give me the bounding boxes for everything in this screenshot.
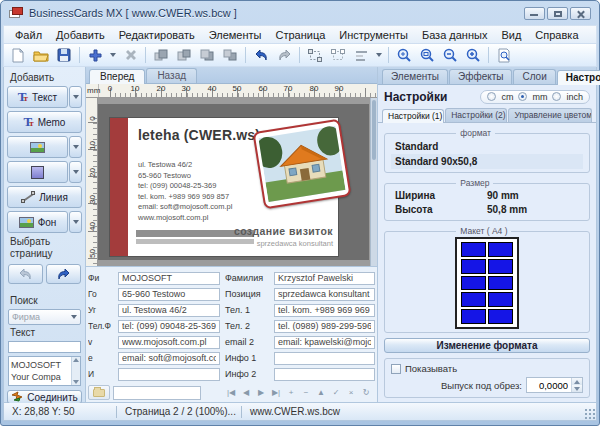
- tab-settings[interactable]: Настройки: [557, 70, 600, 85]
- position-field[interactable]: [274, 288, 375, 301]
- subtab-settings-2[interactable]: Настройки (2): [445, 108, 507, 122]
- close-button[interactable]: [570, 7, 591, 20]
- nav-first-button[interactable]: |◀: [224, 386, 238, 400]
- connect-button[interactable]: Соединить: [7, 390, 82, 404]
- change-format-button[interactable]: Изменение формата: [384, 338, 590, 353]
- phone2-field[interactable]: [274, 320, 375, 333]
- tab-back[interactable]: Назад: [146, 68, 197, 83]
- add-shape-dropdown[interactable]: [69, 161, 82, 183]
- menu-tools[interactable]: Инструменты: [332, 28, 415, 42]
- menu-database[interactable]: База данных: [415, 28, 495, 42]
- new-document-button[interactable]: [7, 45, 29, 65]
- city-field[interactable]: [118, 288, 220, 301]
- nav-edit-button[interactable]: ▲: [314, 386, 328, 400]
- unit-mm-radio[interactable]: [518, 92, 527, 101]
- card-company-name[interactable]: leteha (CWER.ws): [138, 127, 260, 143]
- zoom-window-button[interactable]: [416, 45, 438, 65]
- info1-field[interactable]: [274, 352, 375, 365]
- list-item[interactable]: MOJOSOFT: [11, 359, 69, 371]
- extra-field[interactable]: [118, 368, 220, 381]
- nav-refresh-button[interactable]: ↻: [359, 386, 373, 400]
- menu-edit[interactable]: Редактировать: [112, 28, 202, 42]
- nav-next-button[interactable]: ▶: [254, 386, 268, 400]
- tab-effects[interactable]: Эффекты: [449, 69, 512, 84]
- business-card-preview[interactable]: leteha (CWER.ws) ul. Testowa 46/2 65-960…: [110, 118, 338, 256]
- email-field[interactable]: [118, 352, 220, 365]
- minimize-button[interactable]: [524, 7, 545, 20]
- list-scrollbar[interactable]: [71, 357, 80, 385]
- tab-elements[interactable]: Элементы: [382, 69, 448, 84]
- add-background-button[interactable]: Фон: [7, 211, 68, 233]
- search-text-input[interactable]: [8, 341, 81, 353]
- save-button[interactable]: [53, 45, 75, 65]
- add-element-dropdown[interactable]: [107, 45, 118, 65]
- add-text-dropdown[interactable]: [69, 86, 82, 108]
- surname-field[interactable]: [274, 272, 375, 285]
- menu-view[interactable]: Вид: [494, 28, 528, 42]
- add-image-dropdown[interactable]: [69, 136, 82, 158]
- tab-layers[interactable]: Слои: [513, 69, 555, 84]
- nav-cancel-button[interactable]: ×: [344, 386, 358, 400]
- zoom-out-button[interactable]: [439, 45, 461, 65]
- design-canvas[interactable]: 0 10 20 30 40 50 leteha (CWER.ws) ul. Te…: [86, 98, 377, 266]
- open-button[interactable]: [30, 45, 52, 65]
- menu-help[interactable]: Справка: [528, 28, 585, 42]
- company-field[interactable]: [118, 272, 220, 285]
- card-contact-block[interactable]: ul. Testowa 46/2 65-960 Testowo tel: (09…: [138, 160, 232, 223]
- menu-add[interactable]: Добавить: [49, 28, 112, 42]
- bleed-increase-button[interactable]: [572, 378, 582, 385]
- tab-front[interactable]: Вперед: [89, 69, 145, 84]
- zoom-fit-button[interactable]: [393, 45, 415, 65]
- unit-inch-radio[interactable]: [552, 92, 561, 101]
- menu-page[interactable]: Страница: [268, 28, 332, 42]
- previous-page-button[interactable]: [8, 264, 43, 284]
- www-field[interactable]: [118, 336, 220, 349]
- canvas-scrollbar[interactable]: [370, 98, 377, 266]
- send-to-back-button[interactable]: [219, 45, 241, 65]
- nav-last-button[interactable]: ▶|: [269, 386, 283, 400]
- nav-delete-button[interactable]: −: [299, 386, 313, 400]
- subtab-color-management[interactable]: Управление цветом: [508, 108, 592, 122]
- show-bleed-checkbox[interactable]: [391, 364, 401, 374]
- align-button[interactable]: [350, 45, 372, 65]
- nav-insert-button[interactable]: +: [284, 386, 298, 400]
- bleed-value-input[interactable]: [527, 378, 571, 392]
- unit-cm-radio[interactable]: [487, 92, 496, 101]
- delete-element-button[interactable]: [119, 45, 141, 65]
- scrollbar-thumb[interactable]: [372, 100, 376, 160]
- send-backward-button[interactable]: [196, 45, 218, 65]
- ungroup-button[interactable]: [327, 45, 349, 65]
- add-image-button[interactable]: [7, 136, 68, 158]
- bring-to-front-button[interactable]: [150, 45, 172, 65]
- resize-grip[interactable]: [584, 408, 596, 420]
- nav-prev-button[interactable]: ◀: [239, 386, 253, 400]
- add-text-button[interactable]: Tт Текст: [7, 86, 68, 108]
- align-dropdown[interactable]: [373, 45, 384, 65]
- search-results-list[interactable]: MOJOSOFT Your Compa: [8, 356, 81, 386]
- card-tagline[interactable]: создание визиток: [234, 225, 333, 237]
- card-photo[interactable]: [252, 119, 351, 210]
- bleed-decrease-button[interactable]: [572, 385, 582, 392]
- search-field-select[interactable]: Фирма: [8, 309, 81, 325]
- card-subtitle[interactable]: sprzedawca konsultant: [257, 239, 333, 248]
- record-filter-input[interactable]: [113, 386, 201, 400]
- subtab-settings-1[interactable]: Настройки (1): [382, 109, 444, 123]
- add-line-button[interactable]: Линия: [7, 186, 82, 208]
- menu-elements[interactable]: Элементы: [202, 28, 269, 42]
- street-field[interactable]: [118, 304, 220, 317]
- group-button[interactable]: [304, 45, 326, 65]
- add-background-dropdown[interactable]: [69, 211, 82, 233]
- info2-field[interactable]: [274, 368, 375, 381]
- next-page-button[interactable]: [46, 264, 81, 284]
- zoom-in-button[interactable]: [462, 45, 484, 65]
- redo-button[interactable]: [273, 45, 295, 65]
- bring-forward-button[interactable]: [173, 45, 195, 65]
- add-memo-button[interactable]: Tт Memo: [7, 111, 82, 133]
- add-shape-button[interactable]: [7, 161, 68, 183]
- add-element-button[interactable]: [84, 45, 106, 65]
- search-field-dropdown[interactable]: [67, 310, 80, 324]
- phone1-field[interactable]: [274, 304, 375, 317]
- company-phone-field[interactable]: [118, 320, 220, 333]
- email2-field[interactable]: [274, 336, 375, 349]
- list-item[interactable]: Your Compa: [11, 371, 69, 383]
